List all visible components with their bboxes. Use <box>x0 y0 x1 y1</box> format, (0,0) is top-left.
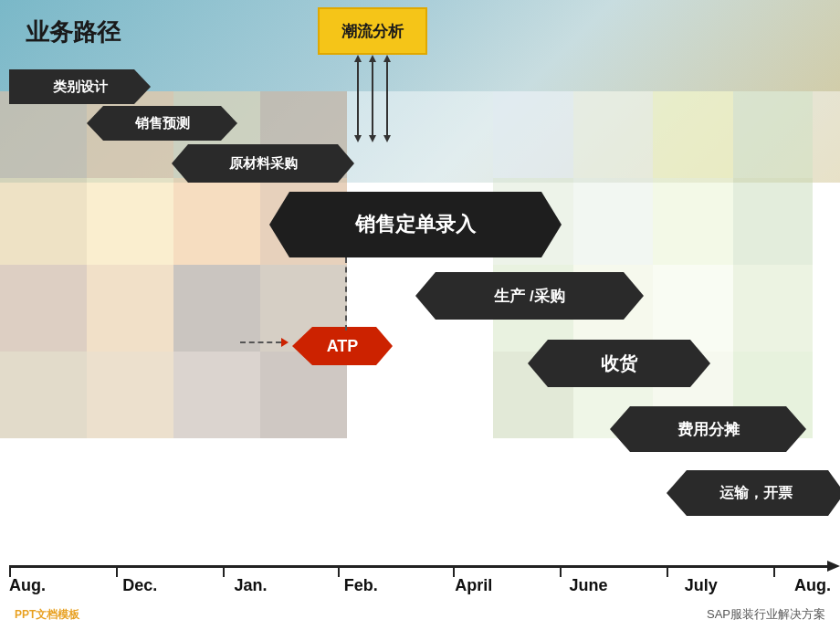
arrow-down-head <box>354 135 362 142</box>
timeline-labels: Aug. Dec. Jan. Feb. April June July Aug. <box>9 576 831 595</box>
arrow-shaft <box>386 62 388 135</box>
timeline-label-aug2: Aug. <box>794 576 831 595</box>
footer-left-text: PPT文档模板 <box>15 607 79 623</box>
chevron-category: 类别设计 <box>9 69 151 104</box>
dashed-vertical-line <box>345 257 347 331</box>
trend-arrow-1 <box>354 55 362 142</box>
chevron-production: 生产 /采购 <box>415 272 644 320</box>
chevron-receipt: 收货 <box>528 340 710 387</box>
timeline-label-april: April <box>455 576 492 595</box>
cost-label: 费用分摊 <box>677 419 740 440</box>
timeline-arrow-head <box>827 561 840 572</box>
chevron-atp: ATP <box>292 327 393 365</box>
atp-arrow-line <box>240 341 281 343</box>
timeline-label-jan: Jan. <box>235 576 268 595</box>
trend-arrow-2 <box>369 55 376 142</box>
arrow-shaft <box>357 62 359 135</box>
trend-arrow-3 <box>383 55 391 142</box>
atp-label: ATP <box>327 337 359 356</box>
arrow-shaft <box>372 62 373 135</box>
receipt-label: 收货 <box>601 352 637 376</box>
timeline-label-june: June <box>569 576 607 595</box>
trend-analysis-label: 潮流分析 <box>341 21 404 42</box>
sales-forecast-label: 销售预测 <box>135 115 190 132</box>
category-label: 类别设计 <box>53 79 108 96</box>
timeline-label-july: July <box>685 576 718 595</box>
trend-arrows <box>354 55 391 142</box>
chevron-cost: 费用分摊 <box>610 406 806 452</box>
chevron-sales-order: 销售定单录入 <box>269 192 562 257</box>
chevron-raw-materials: 原材料采购 <box>172 144 354 183</box>
arrow-up-head <box>369 55 376 62</box>
chevron-transport: 运输，开票 <box>667 470 840 516</box>
raw-materials-label: 原材料采购 <box>229 155 298 173</box>
timeline-label-feb: Feb. <box>344 576 378 595</box>
arrow-down-head <box>369 135 376 142</box>
arrow-down-head <box>383 135 391 142</box>
atp-arrow-head <box>281 338 289 347</box>
timeline <box>9 565 831 568</box>
chevron-sales-forecast: 销售预测 <box>87 106 237 141</box>
arrow-up-head <box>383 55 391 62</box>
arrow-up-head <box>354 55 362 62</box>
content-layer: 潮流分析 类别设计 销售预测 原材料采购 销售定单录 <box>0 0 840 630</box>
production-label: 生产 /采购 <box>494 286 564 307</box>
timeline-label-dec: Dec. <box>122 576 157 595</box>
transport-label: 运输，开票 <box>719 484 793 503</box>
footer-right-text: SAP服装行业解决方案 <box>707 606 825 623</box>
footer: PPT文档模板 SAP服装行业解决方案 <box>0 606 840 623</box>
timeline-label-aug1: Aug. <box>9 576 46 595</box>
atp-arrow <box>240 341 290 343</box>
sales-order-label: 销售定单录入 <box>355 211 476 238</box>
trend-analysis-box: 潮流分析 <box>318 7 427 55</box>
